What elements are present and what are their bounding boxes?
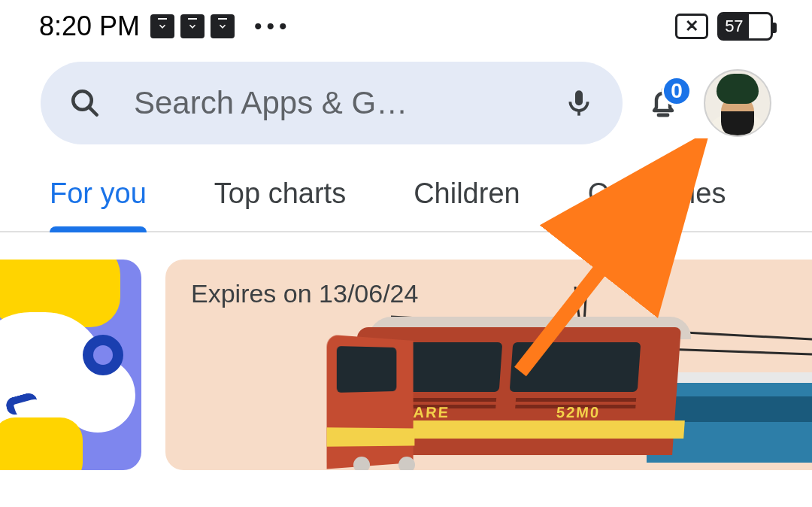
battery-indicator: 57 (717, 12, 773, 41)
tab-categories[interactable]: Categories (588, 178, 726, 231)
tab-bar: For you Top charts Children Categories (0, 158, 812, 232)
download-icon (211, 14, 235, 38)
battery-percent: 57 (725, 17, 743, 36)
profile-avatar[interactable] (704, 69, 771, 137)
locomotive-illustration: WARE 52M0 (323, 308, 684, 470)
promo-card-left[interactable] (0, 260, 141, 470)
svg-line-1 (89, 108, 97, 115)
download-icon (180, 14, 205, 38)
loco-text-right: 52M0 (556, 404, 601, 421)
status-bar: 8:20 PM ••• ✕ 57 (0, 0, 812, 53)
download-icon (150, 14, 174, 38)
svg-rect-2 (575, 90, 583, 105)
promo-expiry-label: Expires on 13/06/24 (191, 279, 418, 308)
overflow-indicator: ••• (254, 15, 292, 38)
content-carousel[interactable]: Expires on 13/06/24 WARE 52M0 (0, 232, 812, 473)
tab-children[interactable]: Children (414, 178, 520, 231)
status-time: 8:20 PM (39, 11, 140, 42)
search-placeholder: Search Apps & G… (134, 85, 564, 121)
search-icon (69, 87, 101, 119)
header-row: Search Apps & G… 0 (0, 53, 812, 158)
tab-for-you[interactable]: For you (50, 178, 147, 231)
promo-card-train[interactable]: Expires on 13/06/24 WARE 52M0 (165, 260, 812, 470)
notifications-button[interactable]: 0 (641, 80, 686, 126)
mic-icon[interactable] (564, 88, 594, 118)
tab-top-charts[interactable]: Top charts (214, 178, 346, 231)
close-indicator-icon: ✕ (675, 14, 708, 39)
notification-badge: 0 (662, 76, 692, 106)
search-input[interactable]: Search Apps & G… (41, 62, 623, 144)
